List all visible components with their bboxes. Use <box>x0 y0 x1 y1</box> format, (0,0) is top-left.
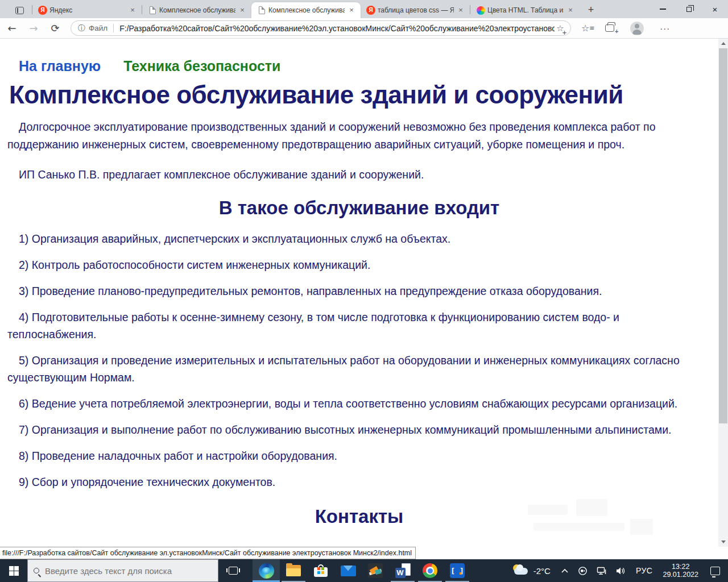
yandex-favicon: Я <box>38 6 47 15</box>
list-item: 8) Проведение наладочных работ и настрой… <box>7 447 696 464</box>
restore-icon <box>686 7 692 12</box>
new-tab-button[interactable]: + <box>583 2 599 18</box>
file-explorer-icon <box>286 565 301 576</box>
taskbar-app-store[interactable] <box>307 559 334 582</box>
tab-close-icon[interactable]: × <box>347 6 356 15</box>
taskbar-app-photo-editor[interactable] <box>362 559 389 582</box>
start-button[interactable] <box>0 559 27 582</box>
task-view-icon <box>229 567 238 575</box>
scroll-down-button[interactable] <box>718 537 728 547</box>
forward-icon: → <box>29 22 38 34</box>
browser-tab-strip: Я Яндекс × Комплексное обслужива × Компл… <box>0 0 728 18</box>
list-item: 6) Ведение учета потребляемой электроэне… <box>7 395 696 412</box>
tab-close-icon[interactable]: × <box>128 6 137 15</box>
meet-now-button[interactable] <box>573 566 592 576</box>
task-view-button[interactable] <box>218 559 248 582</box>
close-icon: × <box>713 5 718 14</box>
weather-widget[interactable]: -2°C <box>506 564 556 577</box>
vertical-scrollbar[interactable] <box>718 39 728 547</box>
section-heading: В такое обслуживание входит <box>0 197 718 219</box>
address-divider <box>113 24 114 32</box>
volume-button[interactable] <box>611 567 631 575</box>
tab-title: Яндекс <box>49 6 126 14</box>
tab-komplex-2-active[interactable]: Комплексное обслужива × <box>251 2 361 18</box>
address-bar[interactable]: ⓘ Файл F:/Разработка%20сайтов/Сайт%20обс… <box>71 20 571 36</box>
list-item: 1) Организация аварийных, диспетчерских … <box>7 230 696 247</box>
action-center-button[interactable] <box>704 567 728 575</box>
taskbar-search[interactable] <box>27 559 218 582</box>
taskbar-app-edge[interactable] <box>253 559 280 582</box>
vertical-tabs-icon <box>15 7 24 14</box>
scroll-up-button[interactable] <box>718 39 728 48</box>
tab-close-icon[interactable]: × <box>238 6 247 15</box>
tab-css-colors[interactable]: Я таблица цветов css — Ян × <box>361 2 470 18</box>
clock-widget[interactable]: 13:22 29.01.2022 <box>657 563 704 579</box>
forward-button[interactable]: → <box>24 20 43 37</box>
contacts-heading: Контакты <box>0 506 718 527</box>
tab-title: Комплексное обслужива <box>268 6 345 14</box>
collections-button[interactable] <box>605 24 614 32</box>
chevron-up-icon <box>561 568 569 573</box>
language-indicator[interactable]: РУС <box>631 566 658 575</box>
search-input[interactable] <box>45 566 212 576</box>
status-bar-link-preview: file:///F:/Разработка сайтов/Сайт обслуж… <box>0 547 416 559</box>
rainbow-favicon <box>476 6 485 15</box>
tray-expand-button[interactable] <box>556 568 573 573</box>
add-favorite-icon[interactable]: ☆ <box>555 23 566 34</box>
taskbar-app-mail[interactable] <box>334 559 362 582</box>
window-controls: × <box>650 0 728 18</box>
tab-yandex[interactable]: Я Яндекс × <box>32 2 142 18</box>
back-button[interactable]: ← <box>2 20 22 37</box>
intro-paragraph: Долгосрочное эксплуатирование производст… <box>7 118 701 153</box>
weather-icon <box>512 564 529 577</box>
taskbar-app-word[interactable]: W <box>389 559 416 582</box>
tab-html-colors[interactable]: Цвета HTML. Таблица из × <box>470 2 580 18</box>
time-label: 13:22 <box>663 563 698 571</box>
system-tray: -2°C РУС <box>506 559 728 582</box>
tab-title: Комплексное обслужива <box>159 6 235 14</box>
info-icon[interactable]: ⓘ <box>78 23 85 34</box>
list-item: 9) Сбор и упорядочение технических докум… <box>7 473 696 490</box>
close-button[interactable]: × <box>702 0 728 18</box>
tab-close-icon[interactable]: × <box>566 6 575 15</box>
mail-icon <box>341 566 356 576</box>
intro-block: Долгосрочное эксплуатирование производст… <box>0 118 718 184</box>
search-icon <box>34 568 39 573</box>
minimize-button[interactable] <box>650 0 676 18</box>
action-center-icon <box>710 567 720 575</box>
list-item: 4) Подготовительные работы к осенне-зимн… <box>7 309 696 343</box>
windows-taskbar: W [ ] -2°C <box>0 559 728 582</box>
tab-close-icon[interactable]: × <box>456 6 465 15</box>
scrollbar-thumb[interactable] <box>719 48 727 423</box>
url-text[interactable]: F:/Разработка%20сайтов/Сайт%20обслуживан… <box>119 24 555 33</box>
restore-button[interactable] <box>676 0 702 18</box>
chrome-icon <box>423 563 437 578</box>
url-scheme-label: Файл <box>89 24 107 32</box>
network-button[interactable] <box>592 567 611 575</box>
favorites-list-icon: ≡ <box>589 24 594 32</box>
toolbar-right-icons: ☆≡ ··· <box>581 22 676 35</box>
refresh-button[interactable]: ⟳ <box>46 20 65 37</box>
link-home[interactable]: На главную <box>19 58 101 74</box>
taskbar-app-brackets[interactable]: [ ] <box>444 559 471 582</box>
service-list: 1) Организация аварийных, диспетчерских … <box>0 230 718 490</box>
windows-logo-icon <box>9 566 19 576</box>
file-favicon <box>148 6 157 15</box>
more-menu-button[interactable]: ··· <box>660 23 670 33</box>
link-safety[interactable]: Техника безопасности <box>123 58 280 74</box>
scroll-up-icon <box>721 42 726 45</box>
minimize-icon <box>660 9 666 9</box>
favorites-button[interactable]: ☆≡ <box>581 23 589 34</box>
tab-title: таблица цветов css — Ян <box>378 6 454 14</box>
network-icon <box>597 567 607 575</box>
tab-komplex-1[interactable]: Комплексное обслужива × <box>142 2 251 18</box>
intro-paragraph-2: ИП Санько П.В. предлагает комплексное об… <box>7 166 701 184</box>
taskbar-app-chrome[interactable] <box>416 559 444 582</box>
profile-avatar[interactable] <box>630 22 644 35</box>
yandex-favicon: Я <box>366 6 375 15</box>
list-item: 7) Организация и выполнение работ по обс… <box>7 421 696 438</box>
taskbar-app-file-explorer[interactable] <box>280 559 307 582</box>
web-page-content: На главную Техника безопасности Комплекс… <box>0 39 718 547</box>
tab-title: Цвета HTML. Таблица из <box>487 6 564 14</box>
vertical-tabs-button[interactable] <box>8 2 31 18</box>
